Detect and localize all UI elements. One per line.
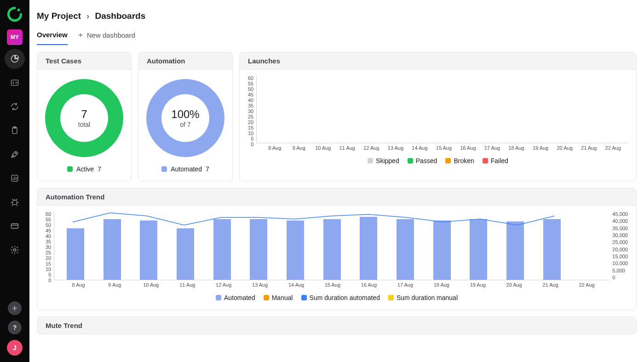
rocket-icon — [10, 150, 19, 159]
svg-point-0 — [17, 9, 20, 11]
swatch-green — [67, 166, 73, 172]
legend-sum-manual: Sum duration manual — [397, 294, 458, 301]
card-title: Test Cases — [37, 52, 131, 70]
main-content: My Project › Dashboards Overview ＋ New d… — [29, 0, 644, 362]
swatch-gray — [368, 158, 373, 164]
legend-count: 7 — [206, 165, 209, 173]
sidebar-item-launches[interactable] — [5, 144, 25, 164]
test-cases-sublabel: total — [78, 121, 90, 128]
app-logo — [7, 6, 23, 24]
swatch-blue-solid — [301, 295, 307, 300]
card-title: Mute Trend — [37, 317, 636, 334]
swatch-yellow — [388, 295, 394, 300]
swatch-green — [408, 158, 413, 164]
launches-xaxis: 8 Aug9 Aug10 Aug11 Aug12 Aug13 Aug14 Aug… — [260, 143, 628, 151]
sidebar: MY ? — [0, 0, 29, 362]
automation-sublabel: of 7 — [180, 121, 190, 128]
sidebar-item-reports[interactable] — [5, 168, 25, 188]
test-cases-legend: Active 7 — [67, 165, 101, 173]
legend-automated: Automated — [224, 294, 255, 301]
bar-chart-icon — [10, 174, 19, 183]
sidebar-item-defects[interactable] — [5, 192, 25, 212]
plus-icon — [11, 305, 18, 312]
legend-broken: Broken — [454, 157, 474, 164]
legend-manual: Manual — [272, 294, 293, 301]
sidebar-item-clipboard[interactable] — [5, 120, 25, 141]
plus-icon: ＋ — [77, 30, 84, 40]
automation-trend-yaxis-left: 605550454035302520151050 — [46, 211, 54, 280]
sidebar-item-settings[interactable] — [5, 240, 25, 260]
card-icon — [10, 221, 19, 231]
help-button[interactable]: ? — [8, 321, 22, 334]
automation-value: 100% — [171, 108, 199, 121]
launches-chart: 605550454035302520151050 8 Aug9 Aug10 Au… — [248, 75, 628, 164]
swatch-orange — [264, 295, 269, 300]
launches-yaxis: 605550454035302520151050 — [248, 75, 256, 143]
clipboard-icon — [10, 126, 19, 135]
sidebar-item-sync[interactable] — [5, 96, 25, 117]
legend-skipped: Skipped — [376, 157, 399, 164]
breadcrumb-section: Dashboards — [95, 11, 145, 21]
card-automation: Automation 100% of 7 Automated 7 — [138, 52, 233, 181]
legend-count: 7 — [98, 165, 101, 173]
legend-label: Active — [76, 165, 94, 173]
automation-trend-xaxis: 8 Aug9 Aug10 Aug11 Aug12 Aug13 Aug14 Aug… — [58, 280, 608, 288]
test-cases-value: 7 — [81, 108, 87, 121]
sidebar-item-code[interactable] — [5, 73, 25, 93]
automation-trend-plot — [54, 211, 610, 280]
card-title: Launches — [240, 52, 636, 70]
gear-icon — [10, 245, 19, 255]
svg-point-4 — [15, 153, 17, 154]
swatch-blue — [161, 166, 167, 172]
legend-failed: Failed — [491, 157, 508, 164]
add-button[interactable] — [8, 301, 22, 315]
breadcrumb: My Project › Dashboards — [37, 11, 637, 21]
card-automation-trend: Automation Trend 60555045403530252015105… — [37, 188, 637, 310]
launches-legend: Skipped Passed Broken Failed — [248, 157, 628, 164]
svg-rect-1 — [12, 80, 18, 85]
test-cases-donut: 7 total — [45, 79, 123, 157]
bug-icon — [10, 198, 19, 207]
automation-trend-legend: Automated Manual Sum duration automated … — [46, 294, 628, 301]
tab-overview[interactable]: Overview — [37, 31, 68, 45]
automation-donut: 100% of 7 — [146, 79, 224, 157]
launches-plot — [256, 75, 628, 143]
tab-new-dashboard-label: New dashboard — [87, 31, 135, 39]
sidebar-item-analytics[interactable] — [5, 49, 25, 69]
help-icon: ? — [13, 324, 17, 331]
tab-new-dashboard[interactable]: ＋ New dashboard — [77, 30, 135, 45]
swatch-blue-light — [216, 295, 221, 300]
svg-point-8 — [14, 249, 16, 251]
svg-point-6 — [12, 200, 17, 205]
card-title: Automation Trend — [37, 188, 636, 206]
legend-label: Automated — [171, 165, 202, 173]
tabs: Overview ＋ New dashboard — [37, 30, 637, 45]
code-icon — [10, 78, 19, 87]
sync-icon — [10, 102, 19, 111]
automation-trend-yaxis-right: 45,00040,00035,00030,00025,00020,00015,0… — [610, 211, 628, 280]
card-mute-trend: Mute Trend — [37, 317, 637, 334]
automation-trend-chart: 605550454035302520151050 45,00040,00035,… — [46, 211, 628, 301]
svg-rect-7 — [12, 224, 18, 228]
legend-passed: Passed — [416, 157, 437, 164]
chevron-right-icon: › — [86, 11, 89, 21]
legend-sum-auto: Sum duration automated — [310, 294, 380, 301]
pie-chart-icon — [10, 54, 19, 63]
sidebar-item-environments[interactable] — [5, 216, 25, 236]
swatch-red — [483, 158, 488, 164]
breadcrumb-project[interactable]: My Project — [37, 11, 81, 21]
user-avatar[interactable]: J — [7, 340, 23, 356]
card-title: Automation — [138, 52, 232, 70]
automation-legend: Automated 7 — [161, 165, 209, 173]
card-launches: Launches 605550454035302520151050 8 Aug9… — [239, 52, 637, 181]
swatch-orange — [445, 158, 451, 164]
project-badge[interactable]: MY — [7, 29, 23, 45]
card-test-cases: Test Cases 7 total Active 7 — [37, 52, 132, 181]
